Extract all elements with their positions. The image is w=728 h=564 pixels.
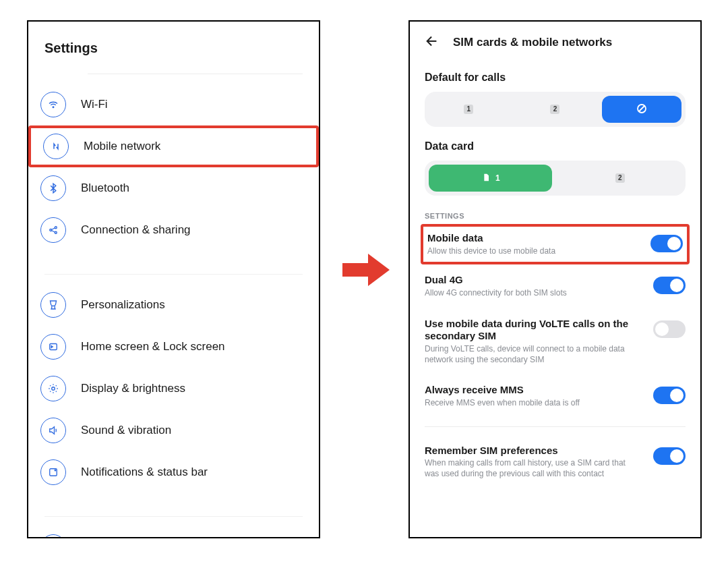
flow-arrow-icon — [342, 251, 390, 289]
volte-data-toggle[interactable] — [653, 320, 686, 338]
settings-item-label: Bluetooth — [81, 181, 129, 195]
settings-item-label: Connection & sharing — [81, 223, 191, 237]
dual-4g-toggle[interactable] — [653, 277, 686, 294]
sound-icon — [40, 418, 66, 443]
display-icon — [40, 376, 66, 401]
sim-number-badge: 2 — [615, 173, 625, 183]
divider — [425, 426, 686, 427]
settings-item-label: Personalizations — [81, 298, 165, 312]
call-sim-2-button[interactable]: 2 — [515, 96, 595, 123]
wifi-icon — [40, 92, 66, 117]
notifications-icon — [40, 459, 66, 485]
settings-item-security[interactable]: Password & security — [28, 526, 319, 538]
settings-item-notifications[interactable]: Notifications & status bar — [28, 451, 319, 493]
personalization-icon — [40, 292, 66, 318]
data-sim-1-button[interactable]: 1 — [429, 165, 552, 192]
call-sim-1-button[interactable]: 1 — [429, 96, 508, 123]
option-subtitle: Receive MMS even when mobile data is off — [425, 398, 641, 409]
always-mms-toggle[interactable] — [653, 387, 686, 404]
home-lock-icon — [40, 334, 66, 360]
sim-number-badge: 2 — [550, 105, 559, 114]
default-calls-selector: 1 2 — [425, 92, 686, 127]
mobile-data-toggle[interactable] — [650, 235, 683, 252]
settings-item-label: Sound & vibration — [81, 424, 171, 437]
settings-item-label: Wi-Fi — [81, 98, 108, 111]
sim-networks-panel: SIM cards & mobile networks Default for … — [408, 20, 702, 538]
settings-item-home-lock[interactable]: Home screen & Lock screen — [28, 326, 319, 368]
option-title: Mobile data — [427, 232, 638, 245]
option-title: Always receive MMS — [425, 384, 641, 397]
settings-item-label: Notifications & status bar — [81, 466, 208, 479]
svg-point-3 — [55, 231, 57, 233]
data-sim-2-button[interactable]: 2 — [559, 165, 682, 192]
option-title: Dual 4G — [425, 274, 641, 287]
mobile-data-row[interactable]: Mobile data Allow this device to use mob… — [427, 232, 683, 256]
option-title: Remember SIM preferences — [425, 445, 641, 457]
settings-panel: Settings Wi-Fi Mobile network Bluetooth — [27, 20, 320, 538]
settings-item-bluetooth[interactable]: Bluetooth — [28, 167, 319, 209]
option-subtitle: When making calls from call history, use… — [425, 458, 641, 479]
settings-item-display[interactable]: Display & brightness — [28, 368, 319, 410]
panel-header: SIM cards & mobile networks — [410, 22, 700, 58]
svg-point-1 — [50, 229, 52, 231]
option-subtitle: During VoLTE calls, device will connect … — [425, 344, 641, 365]
settings-title: Settings — [28, 22, 319, 61]
svg-point-7 — [55, 470, 57, 472]
connection-sharing-icon — [40, 217, 66, 243]
option-title: Use mobile data during VoLTE calls on th… — [425, 318, 641, 343]
svg-point-0 — [53, 107, 54, 108]
back-icon[interactable] — [425, 34, 439, 51]
settings-item-label: Display & brightness — [81, 382, 185, 395]
mobile-network-icon — [43, 134, 69, 159]
settings-item-label: Home screen & Lock screen — [81, 340, 225, 354]
data-card-selector: 1 2 — [425, 161, 686, 196]
no-default-icon — [636, 103, 648, 117]
data-card-label: Data card — [425, 140, 686, 152]
bluetooth-icon — [40, 175, 66, 201]
remember-sim-toggle[interactable] — [653, 447, 686, 465]
lock-icon — [40, 534, 66, 538]
volte-data-row[interactable]: Use mobile data during VoLTE calls on th… — [425, 308, 686, 375]
divider — [44, 516, 303, 517]
option-subtitle: Allow 4G connectivity for both SIM slots — [425, 288, 641, 299]
settings-item-personalizations[interactable]: Personalizations — [28, 284, 319, 326]
settings-list: Wi-Fi Mobile network Bluetooth Connectio… — [28, 74, 319, 538]
settings-item-mobile-network[interactable]: Mobile network — [28, 125, 319, 167]
option-subtitle: Allow this device to use mobile data — [427, 246, 638, 257]
svg-point-2 — [55, 227, 57, 229]
sim-number: 1 — [495, 173, 500, 183]
sim-card-icon — [481, 172, 491, 185]
default-calls-label: Default for calls — [425, 72, 686, 84]
dual-4g-row[interactable]: Dual 4G Allow 4G connectivity for both S… — [425, 264, 686, 308]
svg-point-5 — [52, 387, 55, 391]
settings-item-wifi[interactable]: Wi-Fi — [28, 84, 319, 125]
mobile-data-row-highlight: Mobile data Allow this device to use mob… — [421, 224, 690, 264]
sim-number-badge: 1 — [464, 105, 473, 114]
panel-title: SIM cards & mobile networks — [453, 36, 612, 49]
divider — [44, 274, 303, 275]
settings-item-sound[interactable]: Sound & vibration — [28, 410, 319, 451]
remember-sim-row[interactable]: Remember SIM preferences When making cal… — [425, 435, 686, 489]
call-no-sim-button[interactable] — [602, 96, 681, 123]
always-mms-row[interactable]: Always receive MMS Receive MMS even when… — [425, 374, 686, 418]
settings-subheader: SETTINGS — [425, 212, 686, 220]
settings-item-connection-sharing[interactable]: Connection & sharing — [28, 209, 319, 251]
settings-item-label: Mobile network — [84, 140, 160, 153]
